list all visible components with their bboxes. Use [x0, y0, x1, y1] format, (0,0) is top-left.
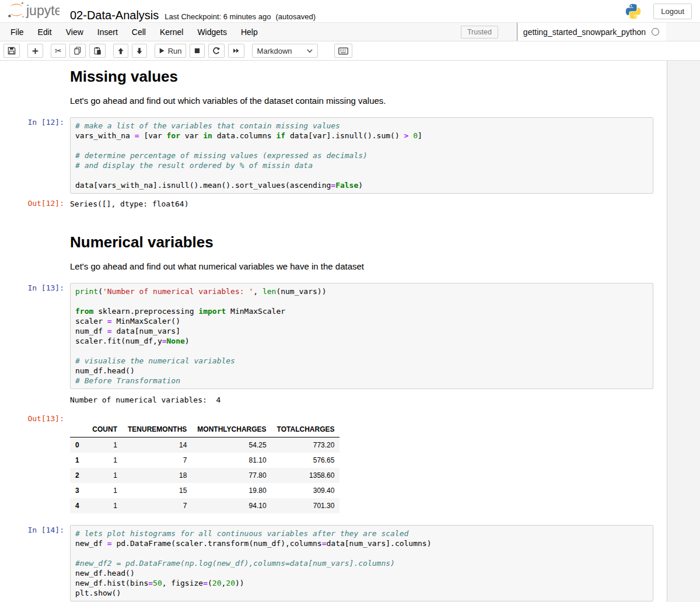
table-cell: 77.80	[192, 468, 271, 483]
markdown-paragraph: Let's go ahead and find out what numeric…	[70, 261, 653, 271]
markdown-cell-numerical-variables[interactable]: Numerical variables Let's go ahead and f…	[0, 233, 700, 271]
table-cell: 19.80	[192, 483, 271, 498]
autosave-status: (autosaved)	[275, 12, 316, 21]
fast-forward-icon	[232, 47, 240, 54]
table-cell: 576.65	[272, 453, 340, 468]
move-cell-up-button[interactable]	[113, 44, 128, 58]
code-cell-in13[interactable]: In [13]: print('Number of numerical vari…	[0, 283, 700, 389]
table-cell: 15	[123, 483, 192, 498]
restart-run-all-button[interactable]	[228, 44, 244, 58]
table-cell: 1	[86, 483, 123, 498]
column-header: COUNT	[86, 422, 123, 438]
copy-cell-button[interactable]	[69, 44, 86, 58]
code-cell-in14[interactable]: In [14]: # lets plot histograms for all …	[0, 525, 700, 601]
command-palette-button[interactable]	[334, 44, 352, 58]
toolbar: ✂	[0, 41, 700, 61]
save-icon	[8, 47, 16, 55]
input-prompt: In [13]:	[0, 283, 70, 389]
code-editor-in12[interactable]: # make a list of the variables that cont…	[70, 117, 653, 194]
column-header: TENUREMONTHS	[123, 422, 192, 438]
jupyter-logo[interactable]: jupyter	[7, 1, 60, 19]
menu-kernel[interactable]: Kernel	[153, 24, 190, 40]
insert-cell-below-button[interactable]	[27, 44, 43, 58]
table-row: 011454.25773.20	[70, 438, 340, 453]
column-header: TOTALCHARGES	[272, 422, 340, 438]
notebook-area: Missing values Let's go ahead and find o…	[0, 61, 700, 602]
stdout-area-in13: Number of numerical variables: 4	[0, 394, 700, 405]
row-index: 3	[70, 483, 86, 498]
stdout-text: Number of numerical variables: 4	[70, 394, 653, 405]
python-logo-icon	[625, 3, 642, 20]
menu-insert[interactable]: Insert	[90, 24, 125, 40]
run-cell-button[interactable]: Run	[155, 44, 186, 58]
code-editor-in13[interactable]: print('Number of numerical variables: ',…	[70, 283, 653, 389]
run-label: Run	[168, 47, 182, 55]
table-cell: 1	[86, 438, 123, 453]
markdown-paragraph: Let's go ahead and find out which variab…	[70, 96, 653, 106]
cell-type-select[interactable]: Markdown	[252, 44, 318, 58]
chevron-down-icon	[307, 49, 313, 53]
menu-edit[interactable]: Edit	[31, 24, 59, 40]
table-row: 11781.10576.65	[70, 453, 340, 468]
checkpoint-status: Last Checkpoint: 6 minutes ago	[164, 12, 271, 21]
arrow-up-icon	[117, 47, 124, 55]
output-prompt: Out[13]:	[0, 414, 70, 513]
table-cell: 81.10	[192, 453, 271, 468]
cell-type-value: Markdown	[257, 47, 292, 55]
code-editor-in14[interactable]: # lets plot histograms for all continuou…	[70, 525, 653, 601]
table-cell: 94.10	[192, 498, 271, 513]
column-header: MONTHLYCHARGES	[192, 422, 271, 438]
output-prompt: Out[12]:	[0, 198, 70, 209]
table-row: 211877.801358.60	[70, 468, 340, 483]
table-cell: 1	[86, 498, 123, 513]
menu-help[interactable]: Help	[234, 24, 265, 40]
move-cell-down-button[interactable]	[132, 44, 147, 58]
logout-button[interactable]: Logout	[653, 4, 692, 19]
table-cell: 309.40	[272, 483, 340, 498]
section-heading-numerical-variables: Numerical variables	[70, 233, 653, 251]
restart-icon	[212, 47, 220, 55]
trusted-badge: Trusted	[461, 26, 498, 38]
code-cell-in12[interactable]: In [12]: # make a list of the variables …	[0, 117, 700, 194]
column-header	[70, 422, 86, 438]
kernel-idle-icon	[652, 28, 659, 36]
menu-widgets[interactable]: Widgets	[190, 24, 234, 40]
dataframe-table: COUNTTENUREMONTHSMONTHLYCHARGESTOTALCHAR…	[70, 422, 340, 513]
notebook-header: jupyter 02-Data-Analysis Last Checkpoint…	[0, 0, 700, 22]
table-row: 311519.80309.40	[70, 483, 340, 498]
table-cell: 54.25	[192, 438, 271, 453]
interrupt-kernel-button[interactable]	[190, 44, 205, 58]
row-index: 4	[70, 498, 86, 513]
table-cell: 701.30	[272, 498, 340, 513]
paste-icon	[93, 47, 102, 55]
row-index: 0	[70, 438, 86, 453]
input-prompt: In [12]:	[0, 117, 70, 194]
markdown-cell-missing-values[interactable]: Missing values Let's go ahead and find o…	[0, 68, 700, 106]
stop-icon	[194, 47, 201, 54]
restart-kernel-button[interactable]	[208, 44, 225, 58]
svg-text:jupyter: jupyter	[26, 2, 60, 18]
kernel-indicator-area: getting_started_snowpark_python	[517, 23, 666, 41]
row-index: 2	[70, 468, 86, 483]
paste-cell-button[interactable]	[89, 44, 106, 58]
table-cell: 18	[123, 468, 192, 483]
table-row: 41794.10701.30	[70, 498, 340, 513]
menu-file[interactable]: File	[4, 24, 31, 40]
table-cell: 1	[86, 453, 123, 468]
table-cell: 1	[86, 468, 123, 483]
scissors-icon: ✂	[55, 46, 62, 55]
table-cell: 7	[123, 498, 192, 513]
table-cell: 1358.60	[272, 468, 340, 483]
menu-view[interactable]: View	[59, 24, 90, 40]
menu-cell[interactable]: Cell	[125, 24, 153, 40]
table-cell: 7	[123, 453, 192, 468]
menu-bar: File Edit View Insert Cell Kernel Widget…	[0, 22, 700, 41]
table-cell: 14	[123, 438, 192, 453]
section-heading-missing-values: Missing values	[70, 68, 653, 86]
save-button[interactable]	[4, 44, 20, 58]
row-index: 1	[70, 453, 86, 468]
copy-icon	[74, 47, 82, 55]
notebook-title[interactable]: 02-Data-Analysis	[70, 9, 159, 22]
output-area-out13: Out[13]: COUNTTENUREMONTHSMONTHLYCHARGES…	[0, 414, 700, 513]
cut-cell-button[interactable]: ✂	[51, 44, 66, 58]
